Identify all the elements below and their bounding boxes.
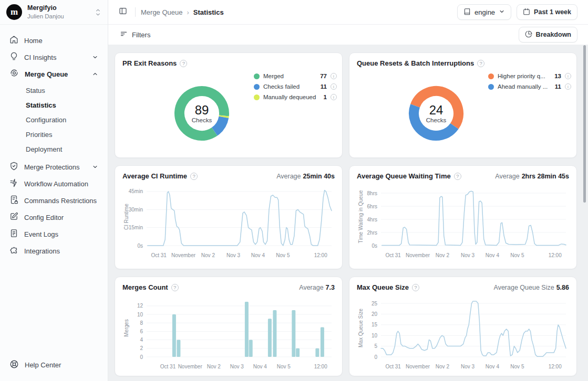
donut-total-label: Checks (426, 117, 446, 123)
help-icon[interactable] (477, 60, 484, 67)
document-lock-icon (9, 195, 18, 206)
lightbulb-icon (9, 52, 18, 63)
info-icon[interactable] (331, 94, 337, 100)
svg-text:Nov 2: Nov 2 (207, 364, 221, 369)
legend-dot (254, 94, 260, 100)
filters-button[interactable]: Filters (116, 27, 154, 42)
svg-text:0s: 0s (372, 243, 377, 249)
sidebar-item-priorities[interactable]: Priorities (5, 127, 102, 142)
svg-text:Nov 5: Nov 5 (276, 252, 290, 258)
sidebar-item-configuration[interactable]: Configuration (5, 112, 102, 127)
svg-text:6: 6 (140, 329, 143, 334)
breadcrumb-merge-queue[interactable]: Merge Queue (141, 8, 183, 16)
donut-total-label: Checks (192, 117, 212, 123)
puzzle-icon (9, 246, 18, 257)
line-chart: 0s2hrs4hrs6hrs8hrsOct 31NovemberNov 2Nov… (357, 183, 569, 263)
sidebar: m Mergifyio Julien Danjou Home CI Insigh… (0, 0, 108, 381)
svg-text:15min: 15min (129, 225, 143, 230)
svg-text:10: 10 (137, 312, 143, 318)
donut-total: 89 (195, 103, 209, 117)
filter-icon (120, 30, 128, 39)
sidebar-item-workflow-automation[interactable]: Workflow Automation (5, 175, 102, 192)
sidebar-item-home[interactable]: Home (5, 32, 102, 49)
svg-text:8hrs: 8hrs (367, 190, 377, 196)
svg-text:Nov 4: Nov 4 (486, 252, 500, 258)
book-icon (463, 8, 471, 17)
svg-text:12:00: 12:00 (549, 364, 562, 369)
sidebar-item-commands-restrictions[interactable]: Commands Restrictions (5, 192, 102, 209)
org-switcher[interactable]: m Mergifyio Julien Danjou (0, 0, 108, 25)
help-icon[interactable] (171, 284, 179, 291)
svg-text:November: November (406, 252, 430, 258)
sidebar-toggle-button[interactable] (116, 5, 130, 19)
svg-text:Nov 3: Nov 3 (461, 364, 475, 369)
svg-text:Nov 4: Nov 4 (486, 364, 500, 369)
org-name: Mergifyio (27, 4, 89, 13)
donut-chart: 24 Checks (408, 86, 464, 141)
donut-chart: 89 Checks (174, 86, 230, 141)
dashboard-grid: PR Exit Reasons 89 Checks Merged 77 (108, 45, 588, 381)
sidebar-item-config-editor[interactable]: Config Editor (5, 209, 102, 226)
scrollbar-thumb[interactable] (583, 45, 586, 203)
svg-text:8: 8 (140, 320, 143, 326)
breakdown-button[interactable]: Breakdown (519, 27, 577, 43)
sidebar-item-integrations[interactable]: Integrations (5, 242, 102, 259)
svg-text:Nov 4: Nov 4 (253, 364, 267, 369)
filter-bar: Filters Breakdown (108, 25, 588, 45)
card-title: Merges Count (122, 283, 168, 291)
sidebar-nav: Home CI Insights Merge Queue Status Stat… (0, 25, 108, 352)
chevron-down-icon (92, 164, 98, 170)
date-range-button[interactable]: Past 1 week (517, 4, 577, 20)
merge-queue-icon (9, 68, 19, 80)
help-icon[interactable] (412, 284, 419, 291)
sidebar-item-merge-queue[interactable]: Merge Queue (5, 66, 102, 82)
help-icon[interactable] (180, 60, 187, 67)
svg-text:Nov 3: Nov 3 (230, 364, 244, 369)
chevron-down-icon (499, 8, 505, 16)
app-window: m Mergifyio Julien Danjou Home CI Insigh… (0, 0, 588, 381)
sidebar-item-merge-protections[interactable]: Merge Protections (5, 158, 102, 175)
help-icon[interactable] (454, 173, 461, 180)
org-user: Julien Danjou (27, 13, 89, 20)
main-area: Merge Queue › Statistics engine Past 1 w… (108, 0, 588, 381)
svg-text:Oct 31: Oct 31 (160, 364, 176, 369)
pie-chart-icon (525, 30, 532, 39)
info-icon[interactable] (565, 73, 571, 79)
svg-text:Nov 2: Nov 2 (201, 252, 215, 258)
svg-text:Nov 2: Nov 2 (436, 364, 450, 369)
svg-text:30min: 30min (129, 207, 143, 213)
sidebar-item-deployment[interactable]: Deployment (5, 142, 102, 156)
info-icon[interactable] (565, 83, 571, 90)
svg-text:Oct 31: Oct 31 (385, 364, 401, 369)
svg-text:Nov 2: Nov 2 (436, 252, 450, 258)
card-merges-count: Merges Count Average7.3 024681012Oct 31N… (115, 277, 343, 376)
svg-text:Nov 3: Nov 3 (226, 252, 241, 258)
sidebar-item-ci-insights[interactable]: CI Insights (5, 49, 102, 66)
svg-text:12: 12 (137, 303, 143, 309)
repo-selector[interactable]: engine (457, 4, 511, 20)
svg-text:4: 4 (140, 337, 143, 343)
svg-text:6hrs: 6hrs (367, 204, 377, 209)
svg-text:45min: 45min (129, 188, 143, 194)
help-icon[interactable] (190, 173, 198, 180)
sidebar-item-event-logs[interactable]: Event Logs (5, 226, 102, 242)
svg-text:Nov 4: Nov 4 (251, 252, 265, 258)
bar-chart: 024681012Oct 31NovemberNov 2Nov 3Nov 4No… (122, 294, 335, 375)
lifebuoy-icon (9, 359, 19, 371)
updown-chevron-icon (95, 8, 101, 16)
info-icon[interactable] (331, 83, 337, 90)
scrollbar-track[interactable] (583, 45, 586, 379)
legend-item-checks-failed: Checks failed 11 (254, 81, 337, 92)
sidebar-item-status[interactable]: Status (5, 83, 102, 98)
chevron-right-icon: › (187, 8, 189, 16)
line-chart: 0s15min30min45minOct 31NovemberNov 2Nov … (122, 183, 335, 263)
help-center-link[interactable]: Help Center (0, 352, 108, 381)
bolt-lines-icon (9, 178, 18, 189)
average-readout: Average Queue Size5.86 (494, 284, 569, 291)
sidebar-item-statistics[interactable]: Statistics (5, 98, 102, 112)
svg-text:Nov 3: Nov 3 (461, 252, 475, 258)
svg-text:Nov 5: Nov 5 (277, 364, 291, 369)
info-icon[interactable] (331, 73, 337, 79)
legend-item-manually-dequeued: Manually dequeued 1 (254, 92, 337, 102)
svg-text:Nov 5: Nov 5 (510, 252, 524, 258)
